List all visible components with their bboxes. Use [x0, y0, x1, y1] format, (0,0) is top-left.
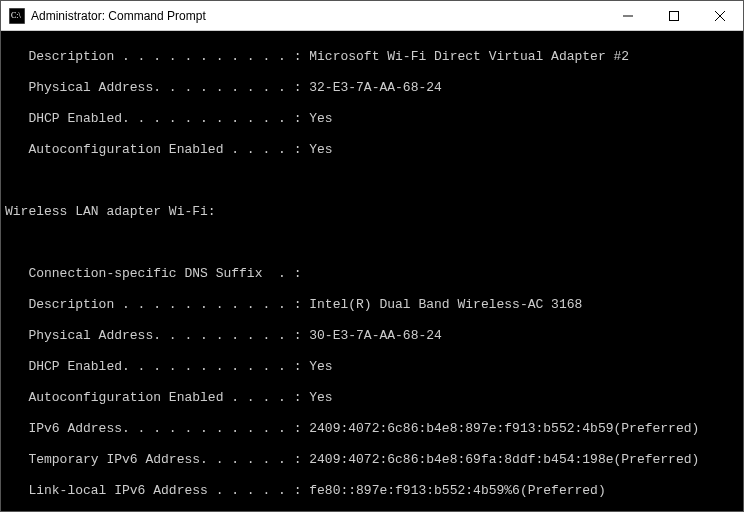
field-value: Yes	[309, 359, 332, 374]
maximize-button[interactable]	[651, 1, 697, 31]
titlebar[interactable]: C:\ Administrator: Command Prompt	[1, 1, 743, 31]
blank-line	[5, 235, 739, 251]
field-value: fe80::897e:f913:b552:4b59%6(Preferred)	[309, 483, 605, 498]
field-label: Physical Address. . . . . . . . . :	[5, 328, 309, 343]
terminal-output[interactable]: Description . . . . . . . . . . . : Micr…	[1, 31, 743, 512]
field-label: Temporary IPv6 Address. . . . . . :	[5, 452, 309, 467]
field-value: 32-E3-7A-AA-68-24	[309, 80, 442, 95]
field-value: 2409:4072:6c86:b4e8:69fa:8ddf:b454:198e(…	[309, 452, 699, 467]
field-value: 30-E3-7A-AA-68-24	[309, 328, 442, 343]
field-label: IPv6 Address. . . . . . . . . . . :	[5, 421, 309, 436]
svg-text:C:\: C:\	[11, 11, 22, 20]
window-title: Administrator: Command Prompt	[31, 9, 605, 23]
field-label: Connection-specific DNS Suffix . :	[5, 266, 301, 281]
field-value: Intel(R) Dual Band Wireless-AC 3168	[309, 297, 582, 312]
field-value: Microsoft Wi-Fi Direct Virtual Adapter #…	[309, 49, 629, 64]
field-value: Yes	[309, 390, 332, 405]
field-label: Physical Address. . . . . . . . . :	[5, 80, 309, 95]
svg-line-5	[715, 11, 725, 21]
window-controls	[605, 1, 743, 31]
minimize-button[interactable]	[605, 1, 651, 31]
field-label: Link-local IPv6 Address . . . . . :	[5, 483, 309, 498]
blank-line	[5, 173, 739, 189]
field-label: DHCP Enabled. . . . . . . . . . . :	[5, 359, 309, 374]
cmd-icon: C:\	[9, 8, 25, 24]
close-button[interactable]	[697, 1, 743, 31]
adapter-section-header: Wireless LAN adapter Wi-Fi:	[5, 204, 739, 220]
field-label: Autoconfiguration Enabled . . . . :	[5, 390, 309, 405]
svg-rect-4	[670, 11, 679, 20]
field-label: Description . . . . . . . . . . . :	[5, 297, 309, 312]
svg-line-6	[715, 11, 725, 21]
field-label: Description . . . . . . . . . . . :	[5, 49, 309, 64]
field-label: DHCP Enabled. . . . . . . . . . . :	[5, 111, 309, 126]
field-value: 2409:4072:6c86:b4e8:897e:f913:b552:4b59(…	[309, 421, 699, 436]
field-value: Yes	[309, 142, 332, 157]
field-value: Yes	[309, 111, 332, 126]
field-label: Autoconfiguration Enabled . . . . :	[5, 142, 309, 157]
